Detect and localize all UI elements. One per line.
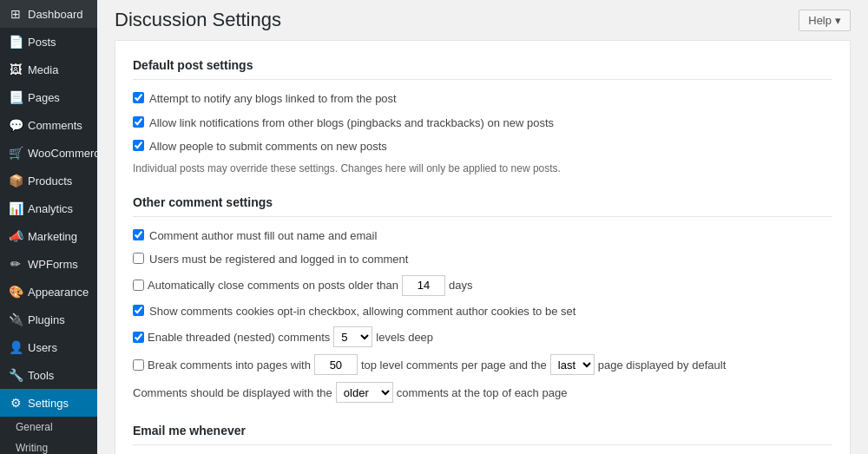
comments-icon: 💬 [9, 118, 23, 132]
sidebar-item-settings[interactable]: ⚙ Settings [0, 389, 97, 417]
sidebar-item-users[interactable]: 👤 Users [0, 333, 97, 361]
settings-icon: ⚙ [9, 396, 23, 410]
sidebar-item-label: Products [28, 174, 72, 188]
author-name-email-row: Comment author must fill out name and em… [133, 227, 832, 245]
auto-close-row: Automatically close comments on posts ol… [133, 275, 832, 296]
settings-content: Default post settings Attempt to notify … [115, 40, 851, 454]
cookies-opt-in-label: Show comments cookies opt-in checkbox, a… [149, 303, 575, 320]
woocommerce-icon: 🛒 [9, 146, 23, 160]
plugins-icon: 🔌 [9, 313, 23, 326]
comments-display-select[interactable]: oldernewer [336, 382, 393, 403]
threaded-levels-suffix: levels deep [376, 331, 433, 344]
allow-link-notifications-checkbox[interactable] [133, 116, 144, 128]
topbar: Discussion Settings Help ▾ [97, 0, 868, 40]
help-button[interactable]: Help ▾ [799, 10, 851, 31]
break-pages-input[interactable] [314, 354, 358, 375]
allow-comments-label: Allow people to submit comments on new p… [149, 138, 387, 155]
sidebar-item-label: Marketing [28, 230, 77, 243]
threaded-comments-row: Enable threaded (nested) comments 234567… [133, 326, 832, 347]
sidebar-item-dashboard[interactable]: ⊞ Dashboard [0, 0, 97, 28]
threaded-levels-select[interactable]: 2345678910 [333, 326, 372, 347]
auto-close-days-input[interactable] [402, 275, 445, 296]
sidebar-item-label: Comments [28, 119, 82, 132]
sidebar-item-wpforms[interactable]: ✏ WPForms [0, 250, 97, 278]
chevron-down-icon: ▾ [835, 14, 841, 27]
auto-close-days-suffix: days [449, 279, 472, 292]
tools-icon: 🔧 [9, 368, 23, 382]
default-post-section-title: Default post settings [133, 58, 832, 80]
cookies-opt-in-checkbox[interactable] [133, 305, 144, 316]
sidebar-item-products[interactable]: 📦 Products [0, 167, 97, 194]
allow-link-notifications-row: Allow link notifications from other blog… [133, 115, 832, 132]
sidebar-item-label: Analytics [28, 202, 73, 215]
default-post-note: Individual posts may override these sett… [133, 162, 832, 174]
page-title: Discussion Settings [115, 9, 281, 31]
threaded-checkbox[interactable] [133, 332, 144, 343]
sidebar-item-pages[interactable]: 📃 Pages [0, 83, 97, 111]
marketing-icon: 📣 [9, 229, 23, 243]
sidebar-item-label: WooCommerce [28, 147, 97, 160]
sidebar-item-posts[interactable]: 📄 Posts [0, 28, 97, 56]
sidebar-item-analytics[interactable]: 📊 Analytics [0, 194, 97, 222]
notify-blogs-label: Attempt to notify any blogs linked to fr… [149, 90, 397, 108]
allow-comments-checkbox[interactable] [133, 140, 144, 151]
break-pages-suffix: page displayed by default [598, 359, 726, 372]
notify-blogs-checkbox[interactable] [133, 92, 144, 103]
break-pages-row: Break comments into pages with top level… [133, 354, 832, 375]
sidebar-item-label: Pages [28, 91, 60, 104]
break-pages-middle-label: top level comments per page and the [361, 359, 547, 372]
allow-comments-row: Allow people to submit comments on new p… [133, 138, 832, 155]
break-pages-label: Break comments into pages with [148, 359, 311, 372]
author-name-email-label: Comment author must fill out name and em… [149, 227, 377, 245]
media-icon: 🖼 [9, 63, 23, 76]
break-pages-position-select[interactable]: lastfirst [550, 354, 595, 375]
sidebar-item-label: Settings [28, 397, 69, 410]
sidebar-item-media[interactable]: 🖼 Media [0, 56, 97, 83]
help-label: Help [808, 14, 832, 27]
cookies-opt-in-row: Show comments cookies opt-in checkbox, a… [133, 303, 832, 320]
sidebar: ⊞ Dashboard 📄 Posts 🖼 Media 📃 Pages 💬 Co… [0, 0, 97, 454]
sidebar-item-tools[interactable]: 🔧 Tools [0, 361, 97, 389]
sidebar-item-label: Appearance [28, 286, 89, 299]
sidebar-item-label: Posts [28, 36, 56, 49]
dashboard-icon: ⊞ [9, 7, 23, 21]
wpforms-icon: ✏ [9, 257, 23, 271]
submenu-general[interactable]: General [0, 417, 97, 438]
sidebar-item-appearance[interactable]: 🎨 Appearance [0, 278, 97, 306]
email-me-section-title: Email me whenever [133, 424, 832, 445]
sidebar-item-label: Tools [28, 369, 54, 382]
auto-close-label: Automatically close comments on posts ol… [148, 279, 398, 292]
other-comment-section-title: Other comment settings [133, 195, 832, 217]
appearance-icon: 🎨 [9, 285, 23, 299]
sidebar-item-marketing[interactable]: 📣 Marketing [0, 222, 97, 250]
sidebar-item-comments[interactable]: 💬 Comments [0, 111, 97, 139]
registered-logged-label: Users must be registered and logged in t… [149, 251, 408, 268]
sidebar-item-label: Media [28, 63, 58, 76]
other-comment-settings-section: Other comment settings Comment author mu… [133, 195, 832, 404]
notify-blogs-row: Attempt to notify any blogs linked to fr… [133, 90, 832, 108]
registered-logged-row: Users must be registered and logged in t… [133, 251, 832, 268]
analytics-icon: 📊 [9, 201, 23, 215]
comments-display-label: Comments should be displayed with the [133, 386, 332, 399]
submenu-writing[interactable]: Writing [0, 438, 97, 454]
main-content: Discussion Settings Help ▾ Default post … [97, 0, 868, 454]
registered-logged-checkbox[interactable] [133, 253, 144, 264]
allow-link-notifications-label: Allow link notifications from other blog… [149, 115, 554, 132]
sidebar-item-label: WPForms [28, 258, 78, 271]
sidebar-item-woocommerce[interactable]: 🛒 WooCommerce [0, 139, 97, 167]
users-icon: 👤 [9, 340, 23, 354]
sidebar-item-plugins[interactable]: 🔌 Plugins [0, 306, 97, 333]
email-me-section: Email me whenever Anyone posts a comment… [133, 424, 832, 454]
threaded-label: Enable threaded (nested) comments [148, 331, 330, 344]
break-pages-checkbox[interactable] [133, 359, 144, 371]
default-post-settings-section: Default post settings Attempt to notify … [133, 58, 832, 174]
comments-display-suffix: comments at the top of each page [397, 386, 568, 399]
posts-icon: 📄 [9, 35, 23, 49]
sidebar-item-label: Dashboard [28, 8, 83, 21]
sidebar-item-label: Plugins [28, 313, 65, 326]
products-icon: 📦 [9, 174, 23, 188]
sidebar-item-label: Users [28, 341, 57, 354]
pages-icon: 📃 [9, 90, 23, 104]
author-name-email-checkbox[interactable] [133, 229, 144, 240]
auto-close-checkbox[interactable] [133, 280, 144, 291]
